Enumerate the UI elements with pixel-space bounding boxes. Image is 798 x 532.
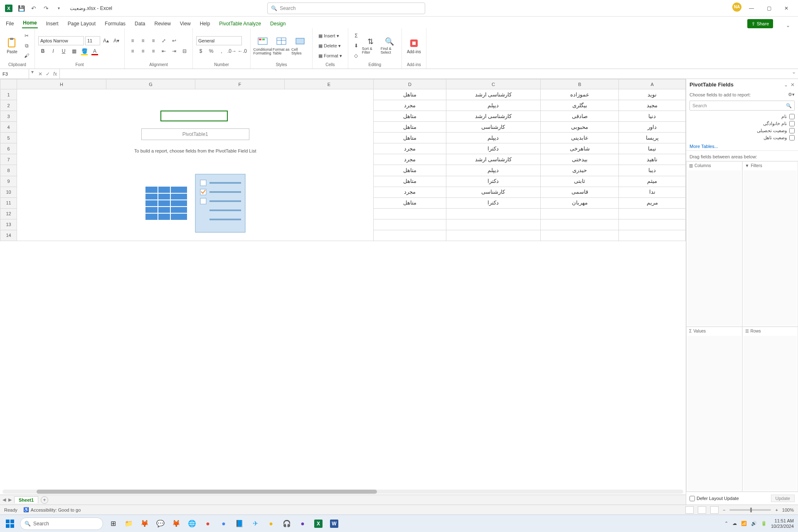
- cell[interactable]: متاهل: [374, 133, 446, 143]
- percent-icon[interactable]: %: [207, 47, 216, 56]
- zoom-in-icon[interactable]: +: [775, 507, 778, 512]
- edge-icon[interactable]: 🌐: [186, 518, 198, 530]
- addins-button[interactable]: Add-ins: [405, 32, 423, 59]
- field-checkbox[interactable]: [789, 128, 795, 133]
- system-clock[interactable]: 11:51 AM 10/23/2024: [771, 518, 794, 528]
- tab-page-layout[interactable]: Page Layout: [67, 19, 96, 28]
- worksheet-grid[interactable]: H G F E D C B A 1 PivotTable1: [0, 79, 686, 490]
- pane-close-icon[interactable]: ✕: [791, 82, 795, 88]
- close-button[interactable]: ✕: [779, 2, 794, 14]
- row-header[interactable]: 5: [0, 133, 17, 143]
- cell[interactable]: [541, 219, 619, 230]
- cell[interactable]: [374, 219, 446, 230]
- clear-icon[interactable]: ◇: [352, 51, 361, 60]
- align-top-icon[interactable]: ≡: [128, 36, 137, 45]
- row-header[interactable]: 11: [0, 197, 17, 208]
- cell[interactable]: حیدری: [541, 165, 619, 176]
- cell[interactable]: میثم: [619, 176, 686, 187]
- cell[interactable]: کارشناسی: [446, 122, 541, 133]
- field-checkbox[interactable]: [789, 121, 795, 126]
- zoom-level[interactable]: 100%: [782, 507, 794, 512]
- fill-color-icon[interactable]: 🪣: [80, 47, 89, 56]
- col-header[interactable]: C: [446, 79, 541, 89]
- sheet-tab-active[interactable]: Sheet1: [14, 496, 38, 503]
- cell[interactable]: [541, 230, 619, 241]
- tab-insert[interactable]: Insert: [45, 19, 59, 28]
- format-cells-button[interactable]: ▦ Format ▾: [316, 51, 345, 60]
- row-header[interactable]: 1: [0, 89, 17, 100]
- cell[interactable]: دکترا: [446, 176, 541, 187]
- name-box[interactable]: F3: [0, 69, 29, 79]
- row-header[interactable]: 8: [0, 165, 17, 176]
- orientation-icon[interactable]: ⤢: [159, 36, 168, 45]
- increase-decimal-icon[interactable]: .0→: [227, 47, 236, 56]
- page-break-view-icon[interactable]: [710, 506, 719, 514]
- cell[interactable]: متاهل: [374, 89, 446, 100]
- cell[interactable]: نیما: [619, 143, 686, 154]
- redo-icon[interactable]: ↷: [42, 4, 51, 13]
- col-header[interactable]: E: [284, 79, 374, 89]
- field-item[interactable]: نام: [690, 114, 795, 119]
- format-painter-icon[interactable]: 🖌: [22, 51, 31, 60]
- pane-dropdown-icon[interactable]: ⌄: [784, 82, 788, 88]
- pivot-placeholder-area[interactable]: PivotTable1 To build a report, choose fi…: [17, 89, 374, 241]
- cell[interactable]: دیپلم: [446, 165, 541, 176]
- col-header[interactable]: B: [541, 79, 619, 89]
- file-explorer-icon[interactable]: 📁: [123, 518, 135, 530]
- tab-data[interactable]: Data: [134, 19, 146, 28]
- currency-icon[interactable]: $: [196, 47, 205, 56]
- autosum-icon[interactable]: Σ: [352, 31, 361, 40]
- telegram-icon[interactable]: ✈: [249, 518, 261, 530]
- enter-formula-icon[interactable]: ✓: [46, 71, 50, 77]
- cell[interactable]: [541, 208, 619, 219]
- align-bottom-icon[interactable]: ≡: [149, 36, 158, 45]
- field-checkbox[interactable]: [789, 114, 795, 119]
- cell[interactable]: مجرد: [374, 154, 446, 165]
- cell[interactable]: داور: [619, 122, 686, 133]
- decrease-indent-icon[interactable]: ⇤: [159, 47, 168, 56]
- app-icon[interactable]: ●: [297, 518, 308, 530]
- cell[interactable]: مجرد: [374, 143, 446, 154]
- row-header[interactable]: 10: [0, 187, 17, 197]
- battery-icon[interactable]: 🔋: [761, 521, 767, 526]
- maximize-button[interactable]: ▢: [761, 2, 776, 14]
- sort-filter-button[interactable]: ⇅Sort & Filter: [362, 32, 379, 59]
- cell[interactable]: دیبا: [619, 165, 686, 176]
- cell[interactable]: کارشناسی: [446, 187, 541, 197]
- align-right-icon[interactable]: ≡: [149, 47, 158, 56]
- undo-icon[interactable]: ↶: [29, 4, 38, 13]
- firefox-icon[interactable]: 🦊: [170, 518, 182, 530]
- columns-dropzone[interactable]: ▥Columns: [686, 161, 742, 327]
- cell[interactable]: مجید: [619, 100, 686, 111]
- cell[interactable]: بیگلری: [541, 100, 619, 111]
- find-select-button[interactable]: 🔍Find & Select: [381, 32, 398, 59]
- normal-view-icon[interactable]: [685, 506, 694, 514]
- chrome-icon[interactable]: ●: [218, 518, 229, 530]
- col-header[interactable]: H: [17, 79, 106, 89]
- align-center-icon[interactable]: ≡: [138, 47, 148, 56]
- rows-dropzone[interactable]: ☰Rows: [742, 327, 798, 492]
- select-all-corner[interactable]: [0, 79, 17, 89]
- volume-icon[interactable]: 🔊: [751, 521, 757, 526]
- field-item[interactable]: وضعیت تحصیلی: [690, 128, 795, 133]
- row-header[interactable]: 13: [0, 219, 17, 230]
- cell[interactable]: دیپلم: [446, 133, 541, 143]
- merge-icon[interactable]: ⊟: [180, 47, 189, 56]
- tab-pivottable-analyze[interactable]: PivotTable Analyze: [218, 19, 262, 28]
- cell[interactable]: [619, 219, 686, 230]
- border-icon[interactable]: ▦: [69, 47, 79, 56]
- cell[interactable]: دیپلم: [446, 100, 541, 111]
- minimize-button[interactable]: —: [744, 2, 759, 14]
- excel-taskbar-icon[interactable]: X: [313, 518, 324, 530]
- bold-icon[interactable]: B: [38, 47, 47, 56]
- onedrive-icon[interactable]: ☁: [732, 521, 737, 526]
- row-header[interactable]: 6: [0, 143, 17, 154]
- cell[interactable]: عموزاده: [541, 89, 619, 100]
- col-header[interactable]: F: [195, 79, 285, 89]
- active-cell-f3[interactable]: [161, 111, 227, 121]
- app-icon[interactable]: ●: [265, 518, 277, 530]
- cell[interactable]: [619, 208, 686, 219]
- app-icon[interactable]: 🎧: [281, 518, 293, 530]
- cell[interactable]: صادقی: [541, 111, 619, 122]
- cell[interactable]: [446, 230, 541, 241]
